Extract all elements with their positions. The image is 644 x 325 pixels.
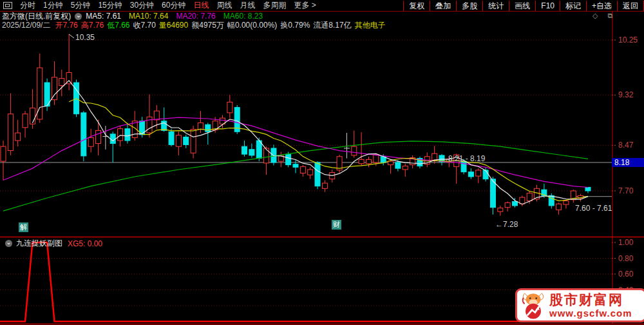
period-tab-7[interactable]: 日线 bbox=[189, 0, 213, 11]
toolbar-button-4[interactable]: 统计 bbox=[482, 1, 509, 11]
candle-body bbox=[15, 133, 21, 141]
y-axis-label: 8.47 bbox=[618, 141, 634, 150]
candle-body bbox=[300, 166, 305, 173]
period-tab-4[interactable]: 15分钟 bbox=[94, 0, 126, 11]
toolbar-button-7[interactable]: 标记 bbox=[560, 1, 586, 11]
candle-body bbox=[88, 137, 93, 146]
logo-title: 股市财富网 bbox=[549, 292, 632, 308]
period-tab-8[interactable]: 周线 bbox=[213, 0, 236, 11]
candle-body bbox=[483, 170, 488, 179]
y-axis-label: 9.32 bbox=[618, 90, 634, 99]
watermark-tag: 财 bbox=[332, 220, 341, 230]
candle-body bbox=[564, 201, 569, 205]
price-annotation: 8.21 - 8.19 bbox=[448, 154, 486, 163]
candle-body bbox=[118, 129, 123, 141]
candle-body bbox=[498, 208, 503, 212]
quote-segment: 7.76 bbox=[62, 21, 77, 30]
candlestick-chart[interactable]: 10.259.328.477.701.000.800.600.400.2010.… bbox=[0, 0, 644, 325]
candle-body bbox=[8, 114, 13, 151]
period-tab-9[interactable]: 月线 bbox=[236, 0, 259, 11]
period-tab-11[interactable]: 更多 > bbox=[290, 0, 319, 11]
price-annotation: ←7.28 bbox=[495, 220, 518, 229]
candle-body bbox=[374, 155, 379, 162]
panel-corner-icons[interactable]: ◇ ⧉ bbox=[592, 12, 616, 20]
candle-body bbox=[352, 146, 357, 155]
toolbar-button-2[interactable]: 叠加 bbox=[430, 1, 456, 11]
period-tab-1[interactable]: 分时 bbox=[16, 0, 39, 11]
quote-segment: 其他电子 bbox=[355, 20, 386, 31]
candle-body bbox=[395, 162, 401, 168]
candle-body bbox=[432, 153, 437, 160]
sub-axis-label: 1.00 bbox=[618, 238, 634, 247]
y-axis-label: 7.70 bbox=[618, 186, 634, 195]
quote-segment: 7.76 bbox=[89, 21, 104, 30]
toolbar-right: 复权叠加多股统计画线F10标记+自选返回 bbox=[403, 0, 644, 11]
candle-body bbox=[556, 204, 562, 210]
ma-line bbox=[3, 117, 588, 187]
candle-body bbox=[110, 134, 115, 144]
chevron-down-icon[interactable]: ⌄ bbox=[75, 13, 82, 20]
candle-body bbox=[315, 162, 320, 186]
sub-axis-label: 0.60 bbox=[618, 270, 634, 279]
sub-indicator-name: 九连捉妖副图 bbox=[16, 238, 62, 249]
toolbar-button-6[interactable]: F10 bbox=[535, 1, 560, 11]
candle-body bbox=[23, 114, 28, 128]
toolbar-button-3[interactable]: 多股 bbox=[456, 1, 482, 11]
candle-body bbox=[125, 129, 130, 141]
candle-body bbox=[59, 79, 64, 86]
price-badge-text: 8.18 bbox=[614, 158, 630, 167]
y-axis-label: 10.25 bbox=[618, 35, 638, 44]
quote-segment: 高 bbox=[81, 20, 89, 31]
candle-body bbox=[308, 170, 313, 175]
quote-segment: 64690 bbox=[167, 21, 188, 30]
quote-segment: 0.79% bbox=[288, 21, 310, 30]
candle-body bbox=[147, 117, 152, 133]
sub-axis-label: 0.80 bbox=[618, 254, 634, 263]
logo-url: www.gscfw.com bbox=[549, 308, 632, 319]
period-tab-10[interactable]: 多周期 bbox=[259, 0, 290, 11]
bull-icon bbox=[520, 291, 547, 320]
window-icon[interactable] bbox=[3, 2, 12, 9]
site-logo: 股市财富网 www.gscfw.com bbox=[515, 288, 644, 322]
period-tab-3[interactable]: 5分钟 bbox=[67, 0, 95, 11]
toolbar-button-5[interactable]: 画线 bbox=[509, 1, 535, 11]
quote-segment: 幅 bbox=[227, 20, 235, 31]
quote-segment: 量 bbox=[159, 20, 167, 31]
quote-segment: 开 bbox=[55, 20, 62, 31]
quote-segment: 4975万 bbox=[199, 20, 224, 31]
candle-body bbox=[359, 159, 364, 163]
candle-body bbox=[184, 137, 189, 144]
candle-body bbox=[585, 187, 591, 191]
candle-body bbox=[154, 111, 159, 120]
toolbar-button-8[interactable]: +自选 bbox=[586, 1, 617, 11]
quote-segment: 0.00(0.00%) bbox=[235, 21, 277, 30]
price-annotation: 10.35 bbox=[75, 33, 95, 42]
ma5-value: MA5: 7.61 bbox=[86, 12, 121, 21]
quote-segment: 8.17亿 bbox=[328, 20, 351, 31]
toolbar-button-1[interactable]: 复权 bbox=[403, 1, 430, 11]
candle-body bbox=[30, 108, 35, 124]
candle-body bbox=[52, 77, 57, 100]
quote-segment: 低 bbox=[107, 20, 115, 31]
candle-body bbox=[227, 102, 232, 113]
candle-body bbox=[1, 146, 6, 161]
sub-indicator-title: ⌄ 九连捉妖副图 XG5: 0.00 bbox=[1, 238, 102, 249]
candle-body bbox=[242, 146, 247, 154]
price-annotation: 7.60 - 7.61 bbox=[575, 204, 612, 213]
period-tab-6[interactable]: 60分钟 bbox=[158, 0, 189, 11]
candle-body bbox=[322, 183, 327, 188]
quote-segment: 流通 bbox=[313, 20, 328, 31]
toolbar-button-9[interactable]: 返回 bbox=[617, 1, 644, 11]
period-tab-2[interactable]: 1分钟 bbox=[39, 0, 67, 11]
stock-trading-app: 10.259.328.477.701.000.800.600.400.2010.… bbox=[0, 0, 644, 325]
quote-segment: 7.66 bbox=[115, 21, 129, 30]
period-menu: 分时1分钟5分钟15分钟30分钟60分钟日线周线月线多周期更多 > bbox=[16, 0, 320, 11]
chevron-down-icon[interactable]: ⌄ bbox=[5, 240, 12, 247]
candle-body bbox=[198, 123, 203, 129]
quote-segment: 换 bbox=[280, 20, 288, 31]
candle-body bbox=[264, 148, 269, 163]
period-tab-5[interactable]: 30分钟 bbox=[126, 0, 158, 11]
candle-body bbox=[468, 172, 473, 177]
quote-segment: 2025/12/09/二 bbox=[2, 20, 50, 31]
menubar: 分时1分钟5分钟15分钟30分钟60分钟日线周线月线多周期更多 > 复权叠加多股… bbox=[0, 0, 644, 12]
